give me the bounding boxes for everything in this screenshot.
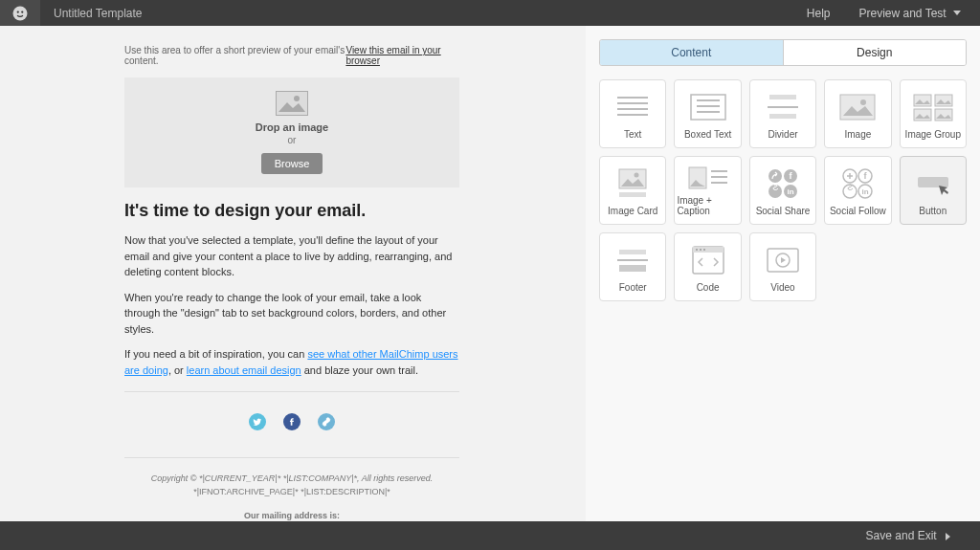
- twitter-icon[interactable]: [249, 413, 266, 430]
- text-block-icon: [613, 86, 652, 127]
- svg-rect-43: [918, 177, 948, 187]
- divider-icon: [764, 86, 802, 127]
- svg-point-4: [294, 96, 300, 101]
- image-caption-icon: [687, 163, 729, 193]
- mailing-address-label: Our mailing address is:: [124, 509, 459, 521]
- tab-content[interactable]: Content: [600, 40, 783, 65]
- chevron-down-icon: [953, 11, 961, 16]
- svg-point-2: [21, 11, 23, 12]
- image-group-icon: [912, 86, 954, 127]
- email-body-text[interactable]: Now that you've selected a template, you…: [124, 232, 459, 378]
- social-follow-icon: f in: [838, 163, 877, 204]
- email-heading[interactable]: It's time to design your email.: [124, 201, 459, 221]
- block-divider[interactable]: Divider: [749, 79, 816, 148]
- svg-text:f: f: [864, 171, 868, 181]
- video-icon: [764, 239, 802, 280]
- svg-rect-24: [619, 192, 646, 197]
- browse-button[interactable]: Browse: [261, 153, 323, 174]
- email-footer[interactable]: Copyright © *|CURRENT_YEAR|* *|LIST:COMP…: [124, 472, 459, 521]
- help-link[interactable]: Help: [807, 7, 831, 20]
- block-footer[interactable]: Footer: [599, 232, 666, 301]
- svg-point-51: [703, 249, 705, 251]
- svg-rect-46: [619, 265, 646, 272]
- image-drop-zone[interactable]: Drop an image or Browse: [124, 77, 459, 187]
- svg-point-17: [860, 99, 866, 105]
- tab-row: Content Design: [599, 39, 967, 66]
- editor-panel: Content Design Text Boxed Text Div: [586, 26, 980, 521]
- inspiration-link-2[interactable]: learn about email design: [187, 364, 301, 376]
- svg-rect-18: [914, 95, 931, 106]
- svg-point-0: [13, 6, 28, 20]
- svg-rect-13: [769, 95, 796, 99]
- svg-text:in: in: [862, 187, 869, 196]
- link-icon[interactable]: [318, 413, 335, 430]
- image-card-icon: [613, 163, 652, 204]
- block-image-group[interactable]: Image Group: [900, 79, 967, 148]
- boxed-text-icon: [689, 86, 727, 127]
- or-label: or: [124, 135, 459, 145]
- footer-icon: [613, 239, 652, 280]
- code-icon: [689, 239, 727, 280]
- block-image-caption[interactable]: Image + Caption: [674, 156, 741, 225]
- block-button[interactable]: Button: [900, 156, 967, 225]
- paragraph-2: When you're ready to change the look of …: [124, 290, 459, 338]
- svg-point-49: [696, 249, 698, 251]
- svg-point-1: [17, 11, 19, 12]
- image-placeholder-icon: [276, 91, 308, 116]
- svg-rect-21: [935, 109, 952, 121]
- block-social-follow[interactable]: f in Social Follow: [824, 156, 891, 225]
- image-icon: [838, 86, 877, 127]
- preheader-row: Use this area to offer a short preview o…: [124, 45, 459, 66]
- social-row[interactable]: [124, 406, 459, 444]
- topbar: Untitled Template Help Preview and Test: [0, 0, 980, 26]
- svg-rect-15: [769, 114, 796, 119]
- view-in-browser-link[interactable]: View this email in your browser: [345, 45, 459, 66]
- ifnot-line: *|IFNOT:ARCHIVE_PAGE|* *|LIST:DESCRIPTIO…: [124, 485, 459, 498]
- template-title: Untitled Template: [54, 7, 143, 20]
- divider: [124, 391, 459, 392]
- tab-design[interactable]: Design: [783, 40, 967, 65]
- paragraph-3: If you need a bit of inspiration, you ca…: [124, 346, 459, 378]
- svg-text:in: in: [787, 187, 793, 196]
- block-video[interactable]: Video: [749, 232, 816, 301]
- block-social-share[interactable]: f in Social Share: [749, 156, 816, 225]
- block-text[interactable]: Text: [599, 79, 666, 148]
- divider-2: [124, 457, 459, 458]
- svg-point-50: [700, 249, 702, 251]
- drop-image-label: Drop an image: [124, 121, 459, 133]
- block-boxed-text[interactable]: Boxed Text: [674, 79, 741, 148]
- svg-point-23: [635, 172, 639, 177]
- copyright-line: Copyright © *|CURRENT_YEAR|* *|LIST:COMP…: [124, 472, 459, 485]
- block-image-card[interactable]: Image Card: [599, 156, 666, 225]
- preheader-text[interactable]: Use this area to offer a short preview o…: [124, 45, 345, 66]
- preview-test-menu[interactable]: Preview and Test: [858, 7, 961, 20]
- button-icon: [912, 163, 954, 204]
- preview-test-label: Preview and Test: [858, 7, 946, 20]
- svg-rect-19: [935, 95, 952, 106]
- bottombar: Save and Exit: [0, 521, 980, 550]
- svg-rect-16: [840, 95, 875, 120]
- mailchimp-logo[interactable]: [0, 0, 40, 26]
- facebook-icon[interactable]: [283, 413, 301, 430]
- svg-rect-44: [619, 250, 646, 254]
- chevron-right-icon: [946, 533, 951, 540]
- paragraph-1: Now that you've selected a template, you…: [124, 232, 459, 280]
- save-exit-button[interactable]: Save and Exit: [866, 529, 951, 542]
- block-code[interactable]: Code: [674, 232, 741, 301]
- svg-rect-20: [914, 109, 931, 121]
- email-canvas: Use this area to offer a short preview o…: [0, 26, 586, 521]
- social-share-icon: f in: [764, 163, 802, 204]
- content-blocks-grid: Text Boxed Text Divider Image: [599, 79, 967, 301]
- block-image[interactable]: Image: [824, 79, 891, 148]
- freddie-icon: [11, 5, 29, 22]
